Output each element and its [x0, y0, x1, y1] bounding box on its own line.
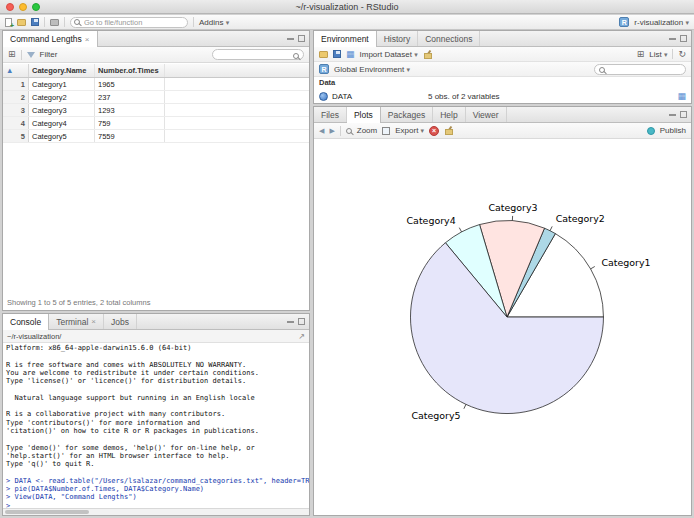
next-plot-icon[interactable]: ▶	[329, 127, 334, 135]
table-row[interactable]: 1Category11965	[3, 78, 309, 91]
console-line: Platform: x86_64-apple-darwin15.6.0 (64-…	[6, 344, 306, 352]
toolbar-separator	[44, 17, 45, 27]
console-line	[6, 468, 306, 476]
titlebar: ~/r-visualization - RStudio	[0, 0, 694, 14]
pie-label-tick	[464, 404, 466, 408]
viewer-search-input[interactable]	[216, 50, 292, 59]
minimize-pane-icon[interactable]	[669, 38, 676, 40]
object-name: DATA	[332, 92, 424, 101]
search-icon	[74, 19, 80, 25]
column-header[interactable]: Category.Name	[29, 64, 95, 77]
console-output[interactable]: Platform: x86_64-apple-darwin15.6.0 (64-…	[3, 343, 309, 508]
scrollbar-thumb[interactable]	[5, 510, 89, 514]
tab-jobs[interactable]: Jobs	[104, 314, 137, 329]
import-dataset-button[interactable]: Import Dataset ▾	[360, 50, 418, 59]
console-line: 'help.start()' for an HTML browser inter…	[6, 452, 306, 460]
load-workspace-icon[interactable]	[319, 51, 328, 58]
working-directory: ~/r-visualization/	[7, 332, 61, 341]
list-view-button[interactable]: List ▾	[649, 50, 667, 59]
maximize-pane-icon[interactable]	[680, 111, 687, 118]
pie-label-Category1: Category1	[601, 257, 650, 268]
project-label: r-visualization	[634, 18, 683, 27]
table-row[interactable]: 4Category4759	[3, 117, 309, 130]
console-line: 'citation()' on how to cite R or R packa…	[6, 427, 306, 435]
maximize-pane-icon[interactable]	[680, 35, 687, 42]
maximize-pane-icon[interactable]	[298, 318, 305, 325]
maximize-pane-icon[interactable]	[298, 35, 305, 42]
console-hscrollbar[interactable]	[3, 508, 309, 515]
pie-label-Category2: Category2	[556, 213, 605, 224]
tab-label: Console	[10, 317, 41, 327]
remove-plot-icon[interactable]: ×	[429, 126, 439, 136]
open-file-icon[interactable]	[17, 19, 26, 26]
import-dataset-icon: ▦	[346, 50, 355, 59]
save-workspace-icon[interactable]	[333, 50, 341, 58]
column-header[interactable]: Number.of.Times	[95, 64, 165, 77]
environment-entry-DATA[interactable]: DATA 5 obs. of 2 variables ▦	[314, 89, 691, 103]
tab-connections[interactable]: Connections	[418, 31, 480, 46]
table-row[interactable]: 5Category57559	[3, 130, 309, 143]
goto-file-input[interactable]	[70, 17, 188, 28]
tab-help[interactable]: Help	[433, 107, 465, 122]
popout-table-icon[interactable]: ⊞	[8, 50, 16, 59]
previous-plot-icon[interactable]: ◀	[319, 127, 324, 135]
console-line: Type 'license()' or 'licence()' for dist…	[6, 377, 306, 385]
filter-button[interactable]: Filter	[40, 50, 58, 59]
environment-tabbar: Environment History Connections	[314, 31, 691, 47]
popout-console-icon[interactable]: ↗	[298, 332, 305, 341]
zoom-window-button[interactable]	[32, 3, 40, 11]
viewer-table-body: 1Category119652Category22373Category3129…	[3, 78, 309, 143]
tab-label: Packages	[388, 110, 425, 120]
clear-environment-icon[interactable]	[423, 50, 432, 59]
table-row[interactable]: 3Category31293	[3, 104, 309, 117]
table-row[interactable]: 2Category2237	[3, 91, 309, 104]
scope-label: Global Environment	[334, 65, 404, 74]
tab-files[interactable]: Files	[314, 107, 347, 122]
toolbar-separator	[64, 17, 65, 27]
import-dataset-label: Import Dataset	[360, 50, 412, 59]
export-button[interactable]: Export ▾	[395, 126, 424, 135]
environment-scope-selector[interactable]: Global Environment ▾	[334, 65, 410, 74]
print-icon[interactable]	[50, 19, 59, 26]
table-cell: Category1	[29, 78, 95, 90]
tab-environment[interactable]: Environment	[314, 31, 377, 47]
viewer-search-box	[212, 49, 304, 60]
viewer-toolbar: ⊞ Filter	[3, 47, 309, 63]
tab-command-lengths[interactable]: Command Lengths ×	[3, 31, 98, 47]
tab-label: Plots	[354, 110, 373, 120]
tab-packages[interactable]: Packages	[381, 107, 433, 122]
row-number-cell: 5	[3, 130, 29, 142]
tab-label: History	[384, 34, 410, 44]
minimize-pane-icon[interactable]	[287, 321, 294, 323]
table-cell: 759	[95, 117, 165, 129]
close-window-button[interactable]	[6, 3, 14, 11]
clear-plots-icon[interactable]	[444, 126, 453, 135]
project-menu[interactable]: r-visualization ▾	[634, 18, 689, 27]
addins-menu[interactable]: Addins ▾	[199, 18, 229, 27]
tab-plots[interactable]: Plots	[347, 107, 381, 123]
save-icon[interactable]	[31, 18, 39, 26]
tab-viewer[interactable]: Viewer	[466, 107, 507, 122]
table-cell: 237	[95, 91, 165, 103]
tab-label: Environment	[321, 34, 369, 44]
tab-history[interactable]: History	[377, 31, 418, 46]
tab-console[interactable]: Console	[3, 314, 49, 330]
close-tab-icon[interactable]: ×	[85, 35, 90, 44]
view-table-icon[interactable]: ▦	[677, 92, 686, 101]
tab-terminal[interactable]: Terminal×	[49, 314, 104, 329]
refresh-icon[interactable]: ↻	[678, 50, 686, 59]
environment-toolbar: ▦ Import Dataset ▾ ⊞ List ▾ ↻	[314, 47, 691, 62]
console-tabbar: Console Terminal× Jobs	[3, 314, 309, 330]
minimize-pane-icon[interactable]	[287, 38, 294, 40]
console-line: Type 'demo()' for some demos, 'help()' f…	[6, 444, 306, 452]
publish-button[interactable]: Publish	[660, 126, 686, 135]
zoom-button[interactable]: Zoom	[357, 126, 377, 135]
toolbar-separator	[193, 17, 194, 27]
minimize-window-button[interactable]	[19, 3, 27, 11]
console-line	[6, 402, 306, 410]
environment-search-input[interactable]	[608, 65, 684, 74]
new-file-icon[interactable]	[5, 18, 12, 27]
close-tab-icon[interactable]: ×	[91, 317, 96, 326]
minimize-pane-icon[interactable]	[669, 114, 676, 116]
row-number-header[interactable]: ▲	[3, 64, 29, 77]
